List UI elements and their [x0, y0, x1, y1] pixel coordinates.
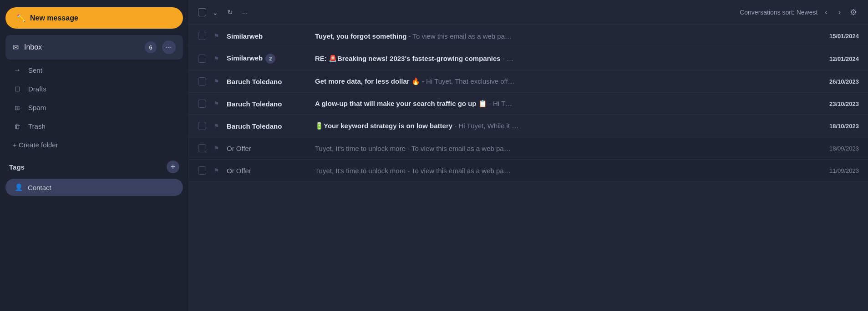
thread-count-badge: 2 [265, 54, 275, 64]
settings-button[interactable]: ⚙ [848, 5, 859, 19]
flag-button[interactable]: ⚑ [213, 121, 220, 130]
subject-bold: A glow-up that will make your search tra… [315, 100, 487, 107]
create-folder-button[interactable]: + Create folder [5, 136, 183, 153]
email-date: 18/09/2023 [813, 145, 859, 152]
more-options-button[interactable]: ··· [239, 6, 251, 19]
chevron-down-icon [213, 9, 218, 16]
sort-label: Conversations sort: Newest [740, 9, 817, 16]
email-row[interactable]: ⚑ Baruch Toledano A glow-up that will ma… [189, 93, 868, 115]
next-page-button[interactable]: › [835, 6, 844, 18]
flag-button[interactable]: ⚑ [213, 31, 220, 40]
subject-preview: - Hi Tuyet, While it … [454, 122, 518, 130]
flag-button[interactable]: ⚑ [213, 77, 220, 86]
sidebar-item-spam[interactable]: ⊞ Spam [5, 99, 183, 116]
email-row[interactable]: ⚑ Or Offer Tuyet, It's time to unlock mo… [189, 160, 868, 182]
email-subject: RE: 🚨Breaking news! 2023's fastest-growi… [315, 55, 807, 63]
prev-page-button[interactable]: ‹ [821, 6, 831, 18]
tags-add-button[interactable]: + [167, 161, 179, 173]
sidebar-item-sent-label: Sent [28, 66, 42, 74]
trash-icon: 🗑 [13, 123, 22, 130]
email-subject: Get more data, for less dollar 🔥 - Hi Tu… [315, 77, 807, 85]
sidebar-item-drafts-label: Drafts [28, 85, 46, 93]
email-checkbox[interactable] [198, 55, 206, 63]
email-checkbox[interactable] [198, 166, 206, 175]
sidebar-item-spam-label: Spam [28, 104, 46, 111]
contact-icon: 👤 [15, 183, 23, 191]
subject-preview: - … [503, 55, 513, 62]
flag-button[interactable]: ⚑ [213, 99, 220, 108]
email-date: 11/09/2023 [813, 167, 859, 174]
chevron-down-button[interactable] [210, 6, 221, 19]
email-subject: A glow-up that will make your search tra… [315, 100, 807, 108]
refresh-icon: ↻ [227, 8, 233, 16]
sender-name: Or Offer [227, 167, 309, 175]
email-date: 26/10/2023 [813, 78, 859, 85]
sender-name: Baruch Toledano [227, 100, 309, 108]
subject-preview: - Hi Tuyet, That exclusive off… [422, 77, 515, 85]
new-message-button[interactable]: ✏️ New message [5, 7, 183, 29]
email-row[interactable]: ⚑ Baruch Toledano 🔋Your keyword strategy… [189, 115, 868, 137]
chevron-left-icon: ‹ [825, 8, 827, 16]
new-message-label: New message [30, 14, 78, 22]
drafts-icon: ☐ [13, 85, 22, 93]
email-date: 15/01/2024 [813, 33, 859, 40]
flag-button[interactable]: ⚑ [213, 54, 220, 63]
email-checkbox[interactable] [198, 77, 206, 85]
email-subject: Tuyet, It's time to unlock more - To vie… [315, 167, 807, 175]
select-all-checkbox[interactable] [198, 8, 206, 16]
create-folder-label: + Create folder [13, 141, 58, 149]
email-row[interactable]: ⚑ Baruch Toledano Get more data, for les… [189, 70, 868, 93]
flag-button[interactable]: ⚑ [213, 144, 220, 153]
subject-preview: - Hi T… [489, 100, 512, 107]
tags-label: Tags [9, 163, 25, 171]
email-date: 12/01/2024 [813, 55, 859, 62]
flag-button[interactable]: ⚑ [213, 166, 220, 175]
email-row[interactable]: ⚑ Similarweb Tuyet, you forgot something… [189, 25, 868, 47]
sender-name: Baruch Toledano [227, 122, 309, 130]
toolbar-right: Conversations sort: Newest ‹ › ⚙ [740, 5, 859, 19]
gear-icon: ⚙ [850, 8, 857, 17]
sidebar-item-drafts[interactable]: ☐ Drafts [5, 80, 183, 97]
chevron-right-icon: › [838, 8, 841, 16]
inbox-nav-item[interactable]: ✉ Inbox 6 ··· [5, 35, 183, 60]
email-checkbox[interactable] [198, 122, 206, 130]
tags-section: Tags + [5, 161, 183, 173]
sender-name: Similarweb2 [227, 54, 309, 64]
main-panel: ↻ ··· Conversations sort: Newest ‹ › ⚙ ⚑… [189, 0, 868, 311]
subject-bold: 🔋Your keyword strategy is on low battery [315, 122, 452, 130]
subject-bold: RE: 🚨Breaking news! 2023's fastest-growi… [315, 55, 501, 62]
sender-name: Similarweb [227, 32, 309, 40]
inbox-badge: 6 [145, 41, 157, 53]
email-date: 18/10/2023 [813, 123, 859, 130]
email-row[interactable]: ⚑ Similarweb2 RE: 🚨Breaking news! 2023's… [189, 47, 868, 70]
email-checkbox[interactable] [198, 144, 206, 152]
email-subject: 🔋Your keyword strategy is on low battery… [315, 122, 807, 130]
email-checkbox[interactable] [198, 32, 206, 40]
pencil-icon: ✏️ [16, 14, 25, 22]
contact-label: Contact [28, 184, 51, 191]
sidebar-item-trash-label: Trash [28, 122, 46, 130]
email-subject: Tuyet, It's time to unlock more - To vie… [315, 145, 807, 152]
refresh-button[interactable]: ↻ [224, 5, 236, 19]
toolbar-left: ↻ ··· [198, 5, 736, 19]
email-list: ⚑ Similarweb Tuyet, you forgot something… [189, 25, 868, 311]
inbox-more-button[interactable]: ··· [162, 40, 176, 54]
sidebar: ✏️ New message ✉ Inbox 6 ··· → Sent ☐ Dr… [0, 0, 189, 311]
sent-icon: → [13, 66, 22, 74]
toolbar: ↻ ··· Conversations sort: Newest ‹ › ⚙ [189, 0, 868, 25]
email-row[interactable]: ⚑ Or Offer Tuyet, It's time to unlock mo… [189, 137, 868, 160]
subject-preview: Tuyet, It's time to unlock more - To vie… [315, 167, 511, 175]
more-icon: ··· [242, 9, 248, 16]
sidebar-item-trash[interactable]: 🗑 Trash [5, 118, 183, 135]
email-checkbox[interactable] [198, 100, 206, 108]
spam-icon: ⊞ [13, 104, 22, 111]
inbox-label: Inbox [24, 43, 139, 51]
sidebar-item-sent[interactable]: → Sent [5, 61, 183, 79]
subject-preview: - To view this email as a web pa… [409, 32, 512, 40]
subject-preview: Tuyet, It's time to unlock more - To vie… [315, 145, 511, 152]
contact-item[interactable]: 👤 Contact [5, 179, 183, 196]
subject-bold: Get more data, for less dollar 🔥 [315, 77, 420, 85]
subject-bold: Tuyet, you forgot something [315, 32, 406, 40]
email-date: 23/10/2023 [813, 100, 859, 107]
sender-name: Baruch Toledano [227, 78, 309, 85]
